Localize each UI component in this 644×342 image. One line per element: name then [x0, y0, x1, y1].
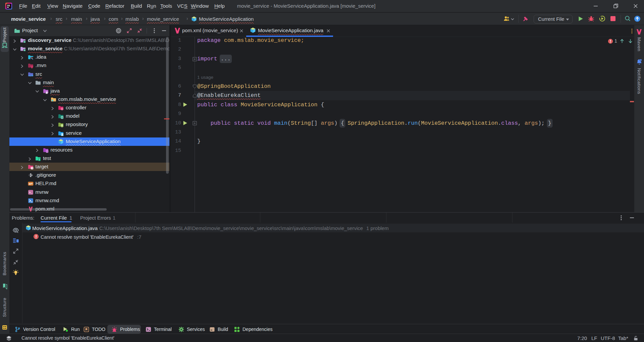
svg-text:V: V — [31, 65, 33, 68]
svg-text:M: M — [29, 183, 31, 186]
svg-text:</>: </> — [29, 74, 34, 77]
svg-text:>_: >_ — [29, 191, 33, 194]
svg-text:IJ: IJ — [31, 58, 32, 60]
